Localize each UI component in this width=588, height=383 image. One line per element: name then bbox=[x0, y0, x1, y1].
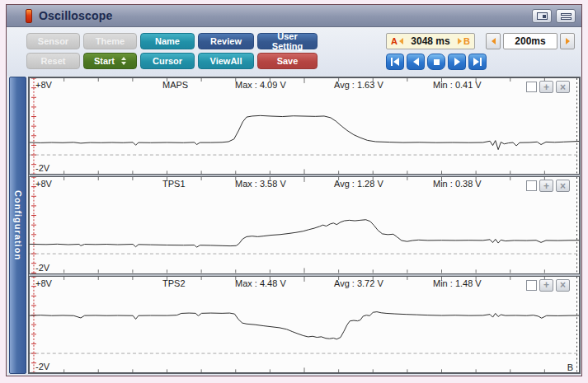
skip-to-end-button[interactable] bbox=[468, 54, 487, 70]
cursor-a-label: A bbox=[391, 36, 397, 46]
timebase-value: 200ms bbox=[503, 33, 557, 49]
right-arrow-icon bbox=[566, 38, 570, 44]
ab-range-value: 3048 ms bbox=[403, 35, 458, 47]
tps2-avg-value: Avg : 3.72 V bbox=[334, 278, 383, 288]
stop-button[interactable] bbox=[427, 54, 445, 70]
window-list-button[interactable] bbox=[556, 9, 576, 23]
tps1-zoom-in-button[interactable]: + bbox=[539, 180, 553, 192]
step-back-icon bbox=[413, 58, 419, 66]
timebase-decrease-button[interactable] bbox=[486, 33, 501, 49]
skip-start-icon bbox=[391, 58, 393, 66]
left-arrow-icon bbox=[492, 38, 496, 44]
tps2-ybottom-label: -2V bbox=[35, 362, 49, 371]
configuration-tab[interactable]: Configuration bbox=[9, 77, 26, 374]
toolbar: Sensor Theme Name Review User Setting Re… bbox=[7, 27, 581, 76]
restore-down-icon bbox=[537, 12, 548, 20]
window-title: Oscilloscope bbox=[39, 9, 113, 22]
play-icon bbox=[454, 58, 460, 66]
tps1-close-button[interactable]: × bbox=[556, 180, 570, 192]
cursor-button[interactable]: Cursor bbox=[140, 53, 195, 69]
review-button[interactable]: Review bbox=[198, 33, 254, 49]
tps1-ytop-label: +8V bbox=[35, 179, 52, 189]
tps2-close-button[interactable]: × bbox=[556, 279, 570, 292]
channel-maps: +8V -2V MAPS Max : 4.09 V Avg : 1.63 V M… bbox=[29, 77, 580, 175]
maps-waveform-plot bbox=[30, 78, 579, 174]
tps1-min-value: Min : 0.38 V bbox=[433, 179, 482, 189]
play-forward-button[interactable] bbox=[448, 54, 466, 70]
maps-close-button[interactable]: × bbox=[556, 81, 570, 93]
b-cursor-label: B bbox=[567, 362, 573, 372]
maps-ytop-label: +8V bbox=[35, 80, 52, 90]
tps2-zoom-in-button[interactable]: + bbox=[539, 279, 553, 292]
timebase-increase-button[interactable] bbox=[560, 33, 575, 49]
configuration-tab-label: Configuration bbox=[13, 190, 23, 260]
main-area: Configuration +8V -2V MAPS Max : 4.09 V … bbox=[9, 77, 581, 374]
maps-min-value: Min : 0.41 V bbox=[433, 80, 482, 90]
reset-button[interactable]: Reset bbox=[26, 53, 80, 69]
tps2-waveform-plot bbox=[30, 277, 579, 372]
tps1-avg-value: Avg : 1.28 V bbox=[334, 179, 383, 189]
cursor-b-label: B bbox=[463, 36, 470, 46]
start-button-label: Start bbox=[94, 56, 115, 66]
tps1-max-value: Max : 3.58 V bbox=[235, 179, 286, 189]
user-setting-button[interactable]: User Setting bbox=[257, 33, 318, 49]
save-button[interactable]: Save bbox=[257, 53, 318, 69]
start-spinner-icon[interactable] bbox=[121, 57, 126, 65]
start-button[interactable]: Start bbox=[83, 53, 137, 69]
maps-zoom-in-button[interactable]: + bbox=[539, 81, 553, 93]
tps1-ybottom-label: -2V bbox=[35, 263, 49, 273]
theme-button[interactable]: Theme bbox=[83, 33, 137, 49]
tps1-select-checkbox[interactable] bbox=[526, 180, 537, 191]
playback-controls bbox=[386, 54, 487, 70]
tps2-min-value: Min : 1.48 V bbox=[433, 278, 482, 288]
maps-channel-name: MAPS bbox=[162, 80, 188, 90]
skip-end-icon bbox=[473, 58, 479, 66]
oscilloscope-window: Oscilloscope Sensor Theme Name Review Us… bbox=[6, 4, 582, 376]
titlebar: Oscilloscope bbox=[7, 5, 581, 27]
maps-avg-value: Avg : 1.63 V bbox=[334, 80, 383, 90]
cursor-b-arrow-icon[interactable] bbox=[458, 38, 462, 44]
channel-tps1: +8V -2V TPS1 Max : 3.58 V Avg : 1.28 V M… bbox=[29, 176, 580, 273]
channel-stack: +8V -2V MAPS Max : 4.09 V Avg : 1.63 V M… bbox=[28, 77, 581, 374]
maps-select-checkbox[interactable] bbox=[526, 82, 537, 92]
maps-max-value: Max : 4.09 V bbox=[235, 80, 286, 90]
skip-to-start-button[interactable] bbox=[386, 54, 404, 70]
maps-ybottom-label: -2V bbox=[35, 163, 49, 173]
step-back-button[interactable] bbox=[407, 54, 425, 70]
viewall-button[interactable]: ViewAll bbox=[198, 53, 254, 69]
app-icon bbox=[26, 9, 32, 23]
tps2-channel-name: TPS2 bbox=[162, 278, 186, 288]
tps1-waveform-plot bbox=[30, 177, 579, 273]
channel-tps2: +8V -2V TPS2 Max : 4.48 V Avg : 3.72 V M… bbox=[29, 276, 580, 373]
stop-icon bbox=[434, 59, 440, 65]
window-list-icon bbox=[561, 13, 572, 20]
restore-down-button[interactable] bbox=[532, 9, 552, 23]
tps2-max-value: Max : 4.48 V bbox=[235, 278, 286, 288]
tps2-ytop-label: +8V bbox=[35, 278, 52, 288]
tps2-select-checkbox[interactable] bbox=[526, 280, 537, 291]
sensor-button[interactable]: Sensor bbox=[26, 33, 80, 49]
tps1-channel-name: TPS1 bbox=[162, 179, 186, 189]
name-button[interactable]: Name bbox=[140, 33, 195, 49]
ab-range-box: A 3048 ms B bbox=[386, 33, 475, 49]
